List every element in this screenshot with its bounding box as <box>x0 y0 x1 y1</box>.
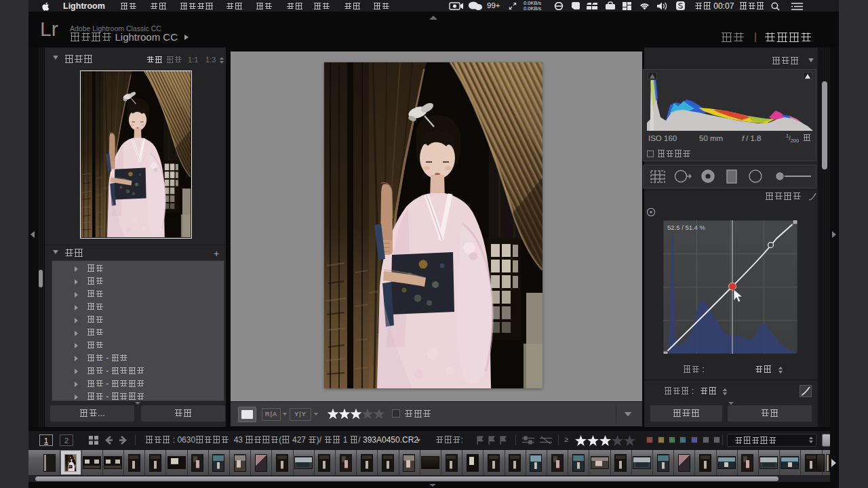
svg-text:52.5 / 51.4 %: 52.5 / 51.4 % <box>667 224 706 231</box>
